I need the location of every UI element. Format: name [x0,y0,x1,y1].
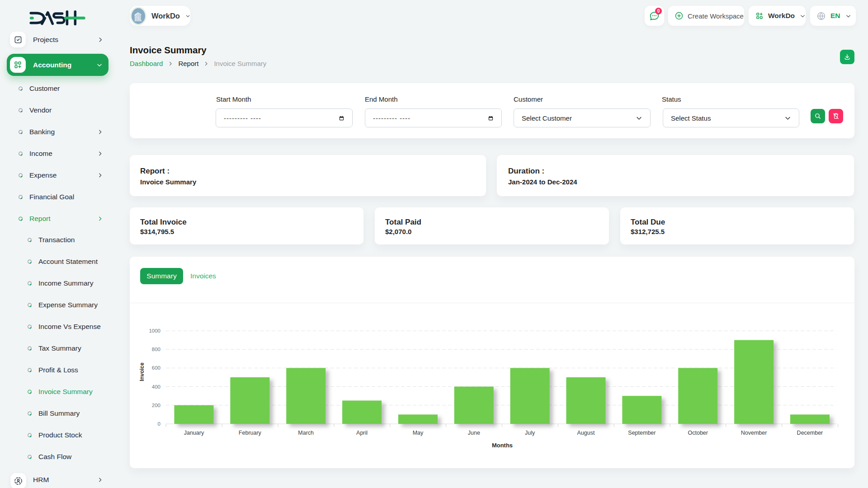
svg-text:Months: Months [492,442,513,449]
svg-text:600: 600 [152,365,160,371]
svg-text:0: 0 [158,421,160,427]
svg-text:November: November [741,430,767,436]
svg-text:February: February [239,430,262,436]
svg-text:Invoice: Invoice [139,362,145,381]
svg-text:800: 800 [152,347,160,352]
svg-text:April: April [356,430,368,436]
svg-text:May: May [413,430,424,436]
svg-text:December: December [797,430,823,436]
svg-text:July: July [525,430,535,436]
svg-text:August: August [577,430,595,436]
svg-text:June: June [468,430,480,436]
svg-text:March: March [298,430,314,436]
svg-text:September: September [628,430,656,436]
svg-text:200: 200 [152,403,160,408]
svg-text:400: 400 [152,384,160,389]
svg-text:October: October [688,430,708,436]
svg-text:1000: 1000 [149,328,160,333]
svg-text:January: January [184,430,204,436]
